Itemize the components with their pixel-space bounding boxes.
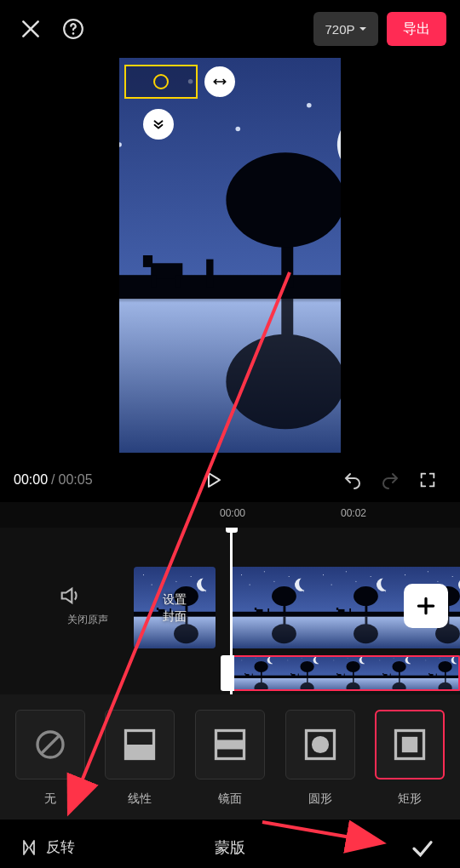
double-chevron-down-icon [151,117,166,132]
circle-mask-icon [302,726,339,763]
close-icon [20,18,42,40]
confirm-button[interactable] [404,829,441,866]
svg-rect-22 [126,745,154,759]
time-current: 00:00 [14,472,48,488]
overlay-track[interactable] [232,655,460,691]
svg-rect-28 [402,737,417,752]
ruler-mark: 00:00 [220,507,245,519]
mask-label: 矩形 [398,791,422,807]
overlay-resize-handle[interactable] [204,66,235,97]
undo-button[interactable] [334,461,371,499]
help-icon [62,18,84,40]
fullscreen-icon [418,471,437,489]
mask-option-rect[interactable]: 矩形 [369,710,451,807]
resolution-dropdown[interactable]: 720P [313,12,378,46]
redo-icon [380,470,400,490]
redo-button[interactable] [371,461,409,499]
undo-icon [342,470,363,490]
ruler-mark: 00:02 [341,507,366,519]
add-clip-button[interactable] [404,584,448,628]
play-icon [203,470,223,490]
export-label: 导出 [403,20,430,38]
rect-mask-icon [391,726,428,763]
flip-mask-button[interactable]: 反转 [19,837,75,858]
cover-label: 设置 封面 [163,591,187,625]
flip-icon [19,837,39,858]
circle-outline-icon [151,71,171,92]
svg-point-26 [311,736,328,753]
clip-frame[interactable] [278,655,324,691]
mask-label: 线性 [128,791,152,807]
flip-label: 反转 [46,837,75,857]
check-icon [410,835,435,860]
close-button[interactable] [14,12,48,46]
playhead-handle[interactable] [226,528,238,533]
clip-frame[interactable] [313,567,395,648]
overlay-expand-handle[interactable] [143,109,174,140]
clip-frame[interactable] [324,655,370,691]
mask-option-none[interactable]: 无 [9,710,91,807]
svg-point-19 [154,75,168,89]
set-cover-button[interactable]: 设置 封面 [134,567,216,648]
mask-option-mirror[interactable]: 镜面 [189,710,271,807]
resolution-label: 720P [325,22,354,37]
mask-option-circle[interactable]: 圆形 [279,710,361,807]
mirror-icon [211,726,249,763]
clip-frame[interactable] [232,655,278,691]
overlay-clip-left-handle[interactable] [221,655,234,691]
fullscreen-button[interactable] [409,461,446,499]
timeline-ruler[interactable]: 00:00 00:02 [0,502,460,528]
mask-label: 圆形 [308,791,332,807]
resize-horizontal-icon [211,73,228,90]
clip-frame[interactable] [416,655,460,691]
none-icon [33,728,67,762]
chevron-down-icon [359,25,367,33]
export-button[interactable]: 导出 [387,12,446,46]
mask-options: 无 线性 镜面 圆形 矩形 [0,694,460,819]
mask-option-linear[interactable]: 线性 [99,710,181,807]
svg-point-18 [72,32,75,35]
linear-icon [121,726,158,763]
clip-frame[interactable] [370,655,416,691]
timeline[interactable]: 关闭原声 设置 封面 [0,528,460,694]
plus-icon [415,595,437,617]
time-separator: / [51,472,55,488]
overlay-selection-box[interactable] [124,65,198,99]
help-button[interactable] [56,12,90,46]
mask-label: 镜面 [218,791,242,807]
svg-rect-24 [216,740,244,750]
mute-audio-button[interactable] [58,584,118,608]
clip-frame[interactable] [232,567,313,648]
speaker-mute-icon [58,584,82,608]
time-duration: 00:05 [59,472,93,488]
video-preview[interactable] [119,58,341,453]
play-button[interactable] [194,461,232,499]
mask-label: 无 [44,791,56,807]
mute-audio-label: 关闭原声 [58,613,118,627]
